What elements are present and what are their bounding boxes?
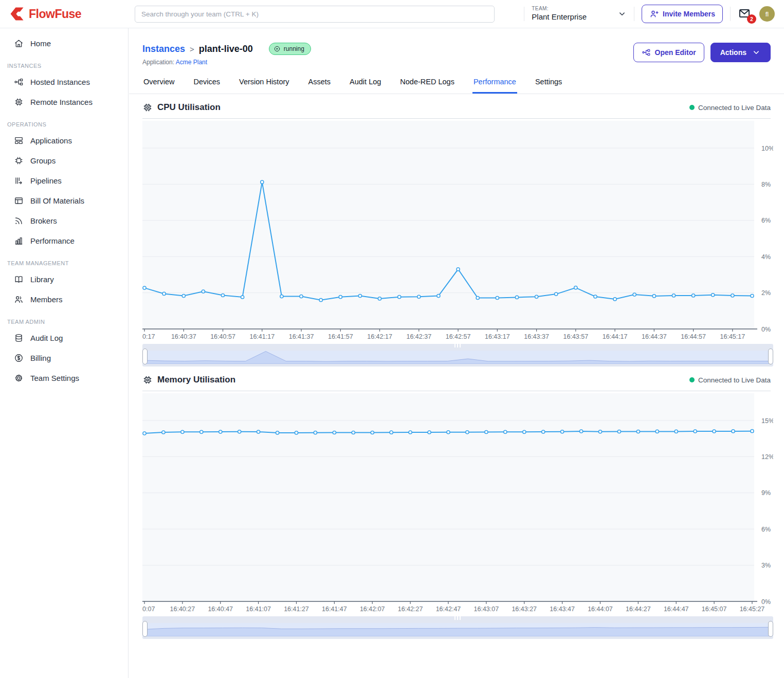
range-handle-left[interactable] (142, 349, 148, 364)
database-icon (14, 333, 24, 343)
range-slider-minimap (142, 623, 773, 636)
memory-chart-range-slider[interactable] (142, 616, 773, 639)
sidebar-item-home[interactable]: Home (0, 33, 128, 53)
svg-text:12%: 12% (761, 453, 773, 461)
svg-text:16:41:47: 16:41:47 (322, 606, 347, 613)
application-link[interactable]: Acme Plant (176, 59, 207, 66)
sidebar-item-hosted-instances[interactable]: Hosted Instances (0, 72, 128, 92)
sidebar-item-library[interactable]: Library (0, 269, 128, 289)
play-circle-icon (274, 45, 281, 52)
live-dot-icon (689, 105, 695, 110)
pipelines-icon (14, 176, 24, 186)
sidebar-item-pipelines[interactable]: Pipelines (0, 171, 128, 191)
tab-node-red-logs[interactable]: Node-RED Logs (399, 75, 455, 94)
invite-members-button[interactable]: Invite Members (642, 5, 723, 23)
svg-text:16:45:07: 16:45:07 (702, 606, 727, 613)
svg-text:16:43:57: 16:43:57 (563, 333, 589, 340)
gear-icon (14, 373, 24, 383)
svg-text:16:42:17: 16:42:17 (367, 333, 392, 340)
svg-text:16:43:27: 16:43:27 (512, 606, 537, 613)
cpu-line-chart: 0%2%4%6%8%10%0:1716:40:3716:40:5716:41:1… (142, 121, 773, 342)
users-icon (14, 295, 24, 304)
table-icon (14, 196, 24, 206)
sidebar-item-remote-instances[interactable]: Remote Instances (0, 92, 128, 112)
open-editor-button[interactable]: Open Editor (633, 43, 704, 62)
svg-text:16:43:37: 16:43:37 (524, 333, 549, 340)
chevron-down-icon (617, 9, 627, 19)
page-title: plant-live-00 (199, 44, 253, 54)
memory-live-status: Connected to Live Data (689, 376, 771, 384)
sidebar: Home INSTANCES Hosted Instances Remote I… (0, 28, 129, 678)
tab-devices[interactable]: Devices (192, 75, 221, 94)
breadcrumb: Instances > plant-live-00 running (142, 43, 311, 55)
tab-assets[interactable]: Assets (307, 75, 332, 94)
svg-text:16:41:27: 16:41:27 (284, 606, 309, 613)
tab-overview[interactable]: Overview (142, 75, 175, 94)
breadcrumb-separator: > (190, 45, 194, 53)
svg-text:16:40:57: 16:40:57 (210, 333, 235, 340)
range-handle-left[interactable] (142, 621, 148, 637)
svg-text:9%: 9% (761, 489, 771, 497)
sidebar-item-team-settings[interactable]: Team Settings (0, 368, 128, 388)
sidebar-section-instances: INSTANCES (0, 53, 128, 72)
tab-audit-log[interactable]: Audit Log (349, 75, 382, 94)
tab-settings[interactable]: Settings (534, 75, 563, 94)
svg-text:16:41:17: 16:41:17 (249, 333, 275, 340)
actions-button[interactable]: Actions (710, 43, 771, 62)
svg-text:3%: 3% (761, 562, 771, 569)
svg-text:6%: 6% (761, 526, 771, 533)
svg-text:16:42:47: 16:42:47 (436, 606, 461, 613)
tab-version-history[interactable]: Version History (238, 75, 290, 94)
bar-chart-icon (14, 236, 24, 246)
range-handle-right[interactable] (768, 349, 773, 364)
cpu-utilisation-section: CPU Utilisation Connected to Live Data 0… (142, 102, 771, 367)
sidebar-item-bill-of-materials[interactable]: Bill Of Materials (0, 191, 128, 211)
user-avatar[interactable]: fl (759, 6, 775, 22)
dollar-icon (14, 353, 24, 363)
range-slider-track[interactable] (142, 344, 773, 351)
user-plus-icon (649, 9, 659, 19)
sidebar-item-members[interactable]: Members (0, 289, 128, 309)
sidebar-item-performance[interactable]: Performance (0, 231, 128, 251)
sidebar-item-applications[interactable]: Applications (0, 131, 128, 151)
sidebar-item-groups[interactable]: Groups (0, 151, 128, 171)
range-slider-base (142, 636, 773, 639)
rss-icon (14, 216, 24, 226)
svg-text:2%: 2% (761, 289, 771, 297)
svg-text:16:44:07: 16:44:07 (588, 606, 613, 613)
svg-text:16:41:57: 16:41:57 (328, 333, 353, 340)
svg-text:16:42:07: 16:42:07 (360, 606, 385, 613)
svg-text:0%: 0% (761, 598, 771, 606)
sidebar-section-operations: OPERATIONS (0, 112, 128, 131)
topbar: FlowFuse TEAM: Plant Enterprise Invite M… (0, 0, 784, 28)
cpu-chart-range-slider[interactable] (142, 344, 773, 367)
svg-text:0:07: 0:07 (142, 606, 155, 613)
breadcrumb-instances-link[interactable]: Instances (142, 44, 185, 54)
sidebar-item-brokers[interactable]: Brokers (0, 211, 128, 231)
svg-text:16:44:57: 16:44:57 (681, 333, 706, 340)
status-badge: running (269, 43, 311, 55)
svg-text:0:17: 0:17 (142, 333, 155, 340)
svg-text:16:44:37: 16:44:37 (642, 333, 667, 340)
tab-performance[interactable]: Performance (472, 75, 517, 94)
svg-text:16:41:37: 16:41:37 (289, 333, 314, 340)
brand[interactable]: FlowFuse (0, 6, 129, 22)
sidebar-item-audit-log[interactable]: Audit Log (0, 328, 128, 348)
team-selector[interactable]: TEAM: Plant Enterprise (532, 6, 627, 22)
book-icon (14, 274, 24, 284)
team-label: TEAM: (532, 6, 587, 12)
range-slider-track[interactable] (142, 616, 773, 623)
svg-text:16:42:37: 16:42:37 (406, 333, 431, 340)
notifications-button[interactable]: 2 (738, 7, 752, 21)
chip-icon (14, 97, 24, 107)
chevron-down-icon (752, 48, 761, 57)
range-slider-minimap (142, 351, 773, 364)
home-icon (14, 39, 24, 48)
svg-text:16:45:27: 16:45:27 (740, 606, 765, 613)
search-input[interactable] (135, 6, 495, 23)
projects-icon (14, 77, 24, 87)
tab-bar: Overview Devices Version History Assets … (129, 75, 784, 94)
svg-text:16:42:27: 16:42:27 (398, 606, 423, 613)
range-handle-right[interactable] (768, 621, 773, 637)
sidebar-item-billing[interactable]: Billing (0, 348, 128, 368)
